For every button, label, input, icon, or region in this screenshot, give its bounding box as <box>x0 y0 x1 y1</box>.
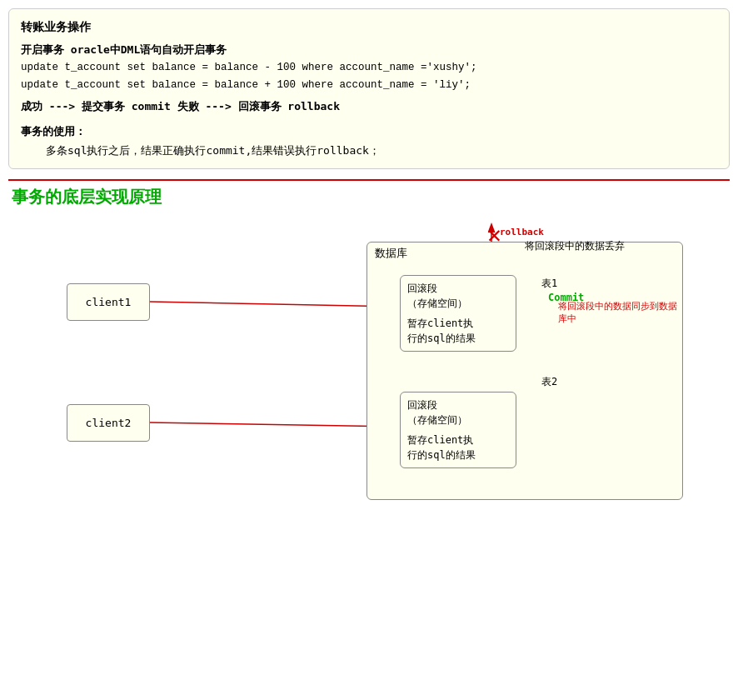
diagram-area: client1 client2 数据库 回滚段 （存储空间） 暂存client执… <box>8 217 733 700</box>
open-line: 开启事务 oracle中DML语句自动开启事务 <box>21 41 717 59</box>
rb2-line2: （存储空间） <box>407 412 509 428</box>
table2-label: 表2 <box>541 375 557 389</box>
rollback-discard-text: 将回滚段中的数据丢弃 <box>525 240 625 252</box>
title-line: 转账业务操作 <box>21 18 717 38</box>
page-wrapper: 转账业务操作 开启事务 oracle中DML语句自动开启事务 update t_… <box>0 0 738 700</box>
client1-box: client1 <box>67 283 150 321</box>
usage-detail: 多条sql执行之后，结果正确执行commit,结果错误执行rollback； <box>21 142 717 160</box>
db-label: 数据库 <box>375 246 407 261</box>
rollback-box-1: 回滚段 （存储空间） 暂存client执 行的sql的结果 <box>400 275 516 352</box>
rb1-line3: 暂存client执 <box>407 316 509 331</box>
client1-label: client1 <box>86 296 132 308</box>
rollback-box-2: 回滚段 （存储空间） 暂存client执 行的sql的结果 <box>400 392 516 468</box>
usage-section: 事务的使用： 多条sql执行之后，结果正确执行commit,结果错误执行roll… <box>21 122 717 159</box>
svg-line-1 <box>150 422 398 427</box>
usage-title: 事务的使用： <box>21 122 717 141</box>
code-line-1: update t_account set balance = balance -… <box>21 59 717 77</box>
code-line-2: update t_account set balance = balance +… <box>21 77 717 94</box>
section-title: 事务的底层实现原理 <box>12 186 730 208</box>
rb2-line4: 行的sql的结果 <box>407 448 509 462</box>
top-code-box: 转账业务操作 开启事务 oracle中DML语句自动开启事务 update t_… <box>8 8 730 169</box>
red-separator <box>8 179 730 181</box>
client2-label: client2 <box>86 417 132 429</box>
rollback-top-label: rollback <box>500 227 544 238</box>
rb1-line1: 回滚段 <box>407 281 509 296</box>
rb1-line2: （存储空间） <box>407 296 509 311</box>
rb1-line4: 行的sql的结果 <box>407 331 509 346</box>
table1-label: 表1 <box>541 277 557 291</box>
svg-line-0 <box>150 302 398 307</box>
rb2-line1: 回滚段 <box>407 398 509 412</box>
client2-box: client2 <box>67 404 150 442</box>
rb2-line3: 暂存client执 <box>407 432 509 448</box>
success-line: 成功 ---> 提交事务 commit 失败 ---> 回滚事务 rollbac… <box>21 98 717 116</box>
commit-sync-text: 将回滚段中的数据同步到数据库中 <box>558 300 683 326</box>
